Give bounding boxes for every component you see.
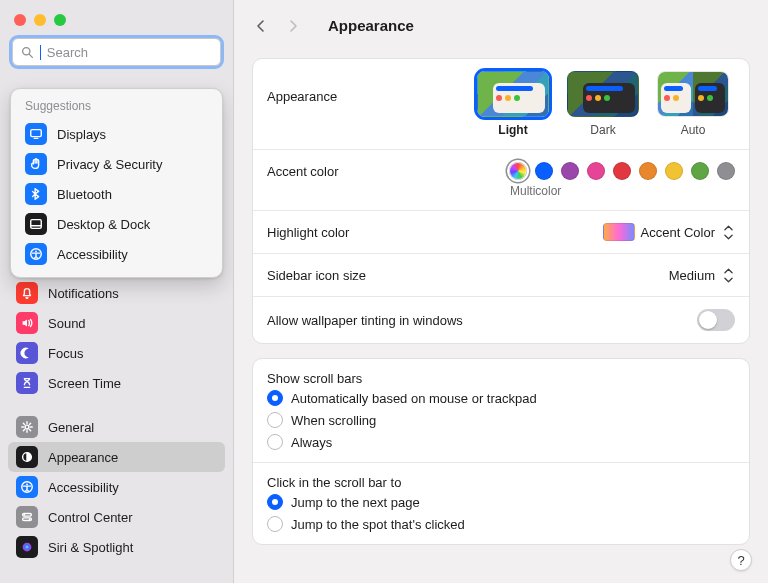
accent-yellow[interactable]: [665, 162, 683, 180]
suggestion-label: Privacy & Security: [57, 157, 162, 172]
radio-option[interactable]: Automatically based on mouse or trackpad: [267, 390, 735, 406]
sidebar-item-label: Control Center: [48, 510, 133, 525]
accessibility-icon: [25, 243, 47, 265]
appearance-label: Appearance: [267, 71, 337, 104]
back-button[interactable]: [248, 13, 274, 39]
moon-icon: [16, 342, 38, 364]
sidebar: Suggestions Displays Privacy & Security …: [0, 0, 234, 583]
tinting-toggle[interactable]: [697, 309, 735, 331]
appearance-row: Appearance Light Dark Auto: [253, 59, 749, 149]
suggestion-bluetooth[interactable]: Bluetooth: [17, 179, 216, 209]
appearance-panel: Appearance Light Dark Auto Accent color …: [252, 58, 750, 344]
svg-point-15: [29, 518, 31, 520]
radio-dot: [267, 494, 283, 510]
help-button[interactable]: ?: [730, 549, 752, 571]
accent-green[interactable]: [691, 162, 709, 180]
close-button[interactable]: [14, 14, 26, 26]
svg-point-14: [24, 514, 26, 516]
radio-dot: [267, 434, 283, 450]
radio-option[interactable]: Jump to the next page: [267, 494, 735, 510]
radio-option[interactable]: When scrolling: [267, 412, 735, 428]
svg-rect-2: [31, 130, 42, 137]
forward-button[interactable]: [280, 13, 306, 39]
sidebar-item-label: General: [48, 420, 94, 435]
sidebar-item-siri-spotlight[interactable]: Siri & Spotlight: [8, 532, 225, 562]
sidebar-item-notifications[interactable]: Notifications: [8, 278, 225, 308]
sidebar-item-label: Notifications: [48, 286, 119, 301]
accent-blue[interactable]: [535, 162, 553, 180]
svg-point-16: [23, 543, 32, 552]
suggestions-header: Suggestions: [17, 99, 216, 119]
highlight-select[interactable]: Accent Color: [603, 223, 735, 241]
gear-icon: [16, 416, 38, 438]
appearance-option-auto[interactable]: Auto: [657, 71, 729, 137]
search-field[interactable]: [12, 38, 221, 66]
accent-multicolor[interactable]: [509, 162, 527, 180]
radio-label: Always: [291, 435, 332, 450]
svg-point-7: [35, 251, 37, 253]
accent-orange[interactable]: [639, 162, 657, 180]
appearance-option-light[interactable]: Light: [477, 71, 549, 137]
sidebar-item-accessibility[interactable]: Accessibility: [8, 472, 225, 502]
accent-sublabel: Multicolor: [510, 184, 561, 198]
suggestion-privacy-security[interactable]: Privacy & Security: [17, 149, 216, 179]
sidebar-item-screen-time[interactable]: Screen Time: [8, 368, 225, 398]
suggestion-label: Bluetooth: [57, 187, 112, 202]
hourglass-icon: [16, 372, 38, 394]
scrollclick-label: Click in the scroll bar to: [253, 462, 749, 492]
suggestion-desktop-dock[interactable]: Desktop & Dock: [17, 209, 216, 239]
suggestion-displays[interactable]: Displays: [17, 119, 216, 149]
highlight-value: Accent Color: [641, 225, 715, 240]
siri-icon: [16, 536, 38, 558]
suggestion-label: Displays: [57, 127, 106, 142]
displays-icon: [25, 123, 47, 145]
search-input[interactable]: [47, 45, 212, 60]
accessibility-icon: [16, 476, 38, 498]
sidebar-item-general[interactable]: General: [8, 412, 225, 442]
svg-rect-4: [31, 220, 42, 229]
accent-row: Accent color Multicolor: [253, 149, 749, 210]
stepper-icon: [721, 223, 735, 241]
content-area: Appearance Appearance Light Dark Auto: [234, 0, 768, 583]
appearance-icon: [16, 446, 38, 468]
accent-pink[interactable]: [587, 162, 605, 180]
hand-icon: [25, 153, 47, 175]
content-header: Appearance: [234, 0, 768, 52]
suggestions-popover: Suggestions Displays Privacy & Security …: [10, 88, 223, 278]
sidebar-item-sound[interactable]: Sound: [8, 308, 225, 338]
appearance-option-label: Light: [498, 123, 527, 137]
radio-label: When scrolling: [291, 413, 376, 428]
sidebar-item-focus[interactable]: Focus: [8, 338, 225, 368]
radio-label: Jump to the next page: [291, 495, 420, 510]
suggestion-accessibility[interactable]: Accessibility: [17, 239, 216, 269]
page-title: Appearance: [328, 17, 414, 34]
radio-option[interactable]: Always: [267, 434, 735, 450]
svg-point-0: [23, 47, 30, 54]
dock-icon: [25, 213, 47, 235]
accent-graphite[interactable]: [717, 162, 735, 180]
svg-point-11: [26, 484, 28, 486]
scrollbars-label: Show scroll bars: [253, 359, 749, 388]
bluetooth-icon: [25, 183, 47, 205]
sidebar-item-control-center[interactable]: Control Center: [8, 502, 225, 532]
sidebar-item-appearance[interactable]: Appearance: [8, 442, 225, 472]
appearance-option-label: Dark: [590, 123, 615, 137]
tinting-label: Allow wallpaper tinting in windows: [267, 313, 463, 328]
zoom-button[interactable]: [54, 14, 66, 26]
toggle-knob: [699, 311, 717, 329]
sidebar-size-row: Sidebar icon size Medium: [253, 253, 749, 296]
minimize-button[interactable]: [34, 14, 46, 26]
text-caret: [40, 45, 41, 60]
appearance-option-dark[interactable]: Dark: [567, 71, 639, 137]
system-settings-window: Suggestions Displays Privacy & Security …: [0, 0, 768, 583]
switches-icon: [16, 506, 38, 528]
sidebar-size-select[interactable]: Medium: [669, 266, 735, 284]
highlight-swatch: [603, 223, 635, 241]
accent-purple[interactable]: [561, 162, 579, 180]
stepper-icon: [721, 266, 735, 284]
radio-option[interactable]: Jump to the spot that's clicked: [267, 516, 735, 532]
radio-label: Jump to the spot that's clicked: [291, 517, 465, 532]
accent-red[interactable]: [613, 162, 631, 180]
radio-dot: [267, 516, 283, 532]
radio-label: Automatically based on mouse or trackpad: [291, 391, 537, 406]
